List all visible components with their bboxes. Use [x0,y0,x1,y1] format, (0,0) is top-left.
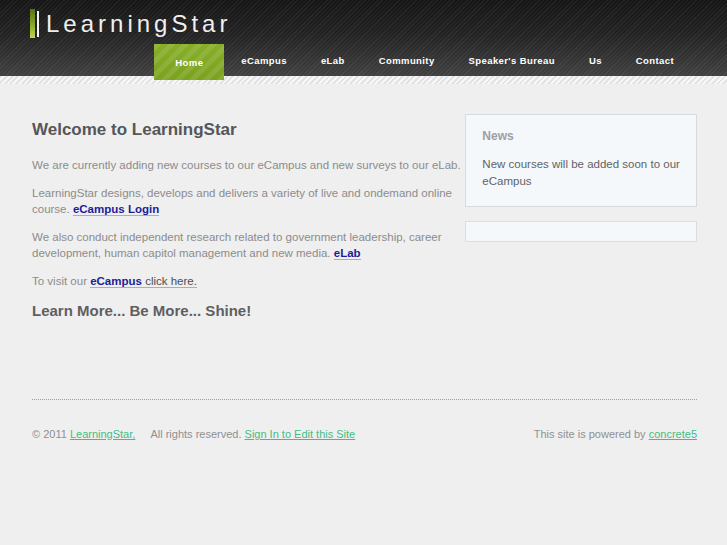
site-logo[interactable]: LearningStar [30,9,231,38]
research-paragraph: We also conduct independent research rel… [32,229,465,261]
empty-sidebar-block [465,221,697,242]
intro-paragraph: We are currently adding new courses to o… [32,157,465,173]
logo-green-bar-icon [30,9,35,38]
ecampus-login-link[interactable]: eCampus Login [73,203,159,216]
sidebar: News New courses will be added soon to o… [465,114,697,399]
logo-white-bar-icon [37,11,39,37]
elab-link[interactable]: eLab [334,247,361,260]
nav-tab-us[interactable]: Us [572,44,619,76]
visit-paragraph: To visit our eCampus click here. [32,273,465,289]
powered-by-text: This site is powered by [534,428,646,440]
main-content: Welcome to LearningStar We are currently… [0,84,727,399]
click-here-text: click here. [145,275,197,287]
news-body: New courses will be added soon to our eC… [482,156,680,189]
tagline: Learn More... Be More... Shine! [32,302,465,319]
ecampus-link-bold: eCampus [90,275,142,287]
research-paragraph-text: We also conduct independent research rel… [32,231,442,259]
content-column: Welcome to LearningStar We are currently… [32,114,465,399]
page-title: Welcome to LearningStar [32,120,465,140]
nav-tab-elab[interactable]: eLab [304,44,362,76]
concrete5-link[interactable]: concrete5 [649,428,697,440]
rights-text: All rights reserved. [150,428,241,440]
nav-tab-contact[interactable]: Contact [619,44,691,76]
logo-text: LearningStar [46,10,231,38]
copyright-text: © 2011 [32,428,67,440]
learningstar-footer-link[interactable]: LearningStar, [70,428,135,440]
visit-paragraph-text: To visit our [32,275,87,287]
news-title: News [482,129,680,143]
news-box: News New courses will be added soon to o… [465,114,697,207]
site-header: LearningStar Home eCampus eLab Community… [0,0,727,76]
main-nav: Home eCampus eLab Community Speaker's Bu… [154,44,691,76]
nav-tab-speakers-bureau[interactable]: Speaker's Bureau [452,44,572,76]
nav-tab-ecampus[interactable]: eCampus [224,44,304,76]
footer-right: This site is powered by concrete5 [534,428,697,440]
nav-tab-home[interactable]: Home [154,44,224,80]
designs-paragraph: LearningStar designs, develops and deliv… [32,185,465,217]
footer-left: © 2011 LearningStar, All rights reserved… [32,428,355,440]
ecampus-click-here-link[interactable]: eCampus click here. [90,275,197,288]
nav-tab-community[interactable]: Community [362,44,452,76]
header-texture-strip [0,76,727,84]
site-footer: © 2011 LearningStar, All rights reserved… [0,400,727,440]
sign-in-link[interactable]: Sign In to Edit this Site [245,428,356,440]
